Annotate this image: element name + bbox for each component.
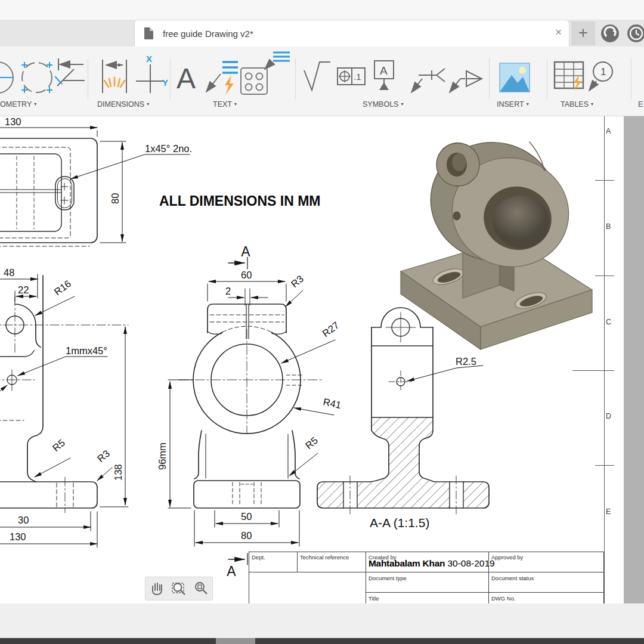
toolbar-icons: X Y A .1 <box>0 47 644 116</box>
ribbon-toolbar: X Y A .1 <box>0 47 644 116</box>
zone-tick <box>572 370 614 371</box>
dim-text: R5 <box>50 437 67 453</box>
view-section: R2.5 A-A (1:1.5) <box>317 308 489 530</box>
zone-label: E <box>606 507 618 518</box>
ordinate-dimension-icon[interactable]: X Y <box>136 54 168 93</box>
dim-text: 50 <box>241 511 252 522</box>
dim-text: 130 <box>5 116 21 127</box>
title-label: Title <box>369 595 379 602</box>
chevron-down-icon: ▾ <box>34 101 36 107</box>
zone-label: A <box>606 127 618 138</box>
tab-title: free guide Drawing v2* <box>163 29 253 39</box>
dim-text: 22 <box>18 284 29 295</box>
drawing-note: ALL DIMENSIONS IN MM <box>159 193 320 209</box>
balloon-icon[interactable]: 1 <box>589 62 612 91</box>
menu-text[interactable]: TEXT▾ <box>213 100 237 109</box>
doc-status-label: Document status <box>491 575 534 581</box>
circle-pattern-icon[interactable] <box>21 62 52 93</box>
view-front: A 60 2 R3 R27 <box>157 244 342 579</box>
chevron-down-icon: ▾ <box>591 101 593 107</box>
datum-icon[interactable]: A <box>374 61 394 90</box>
zoom-window-icon[interactable] <box>171 581 187 596</box>
chevron-down-icon: ▾ <box>234 101 237 107</box>
dim-text: 96mm <box>157 442 168 470</box>
section-title: A-A (1:1.5) <box>370 516 429 530</box>
tab-close-icon[interactable]: × <box>555 26 562 39</box>
drawing-sheet: 130 80 1x45° 2no. 1mmx45° <box>0 116 644 603</box>
canvas-outside-area <box>624 116 644 603</box>
document-icon <box>144 27 154 40</box>
toolbar-separator <box>547 58 547 99</box>
pan-icon[interactable] <box>149 581 165 596</box>
dim-text: 30 <box>18 515 29 525</box>
menu-symbols[interactable]: SYMBOLS▾ <box>363 100 403 109</box>
new-tab-button[interactable]: + <box>571 21 595 45</box>
table-text-icon[interactable] <box>241 52 290 94</box>
surface-texture-icon[interactable] <box>304 62 330 90</box>
created-by-value: Mahtabalam Khan 30-08-2019 <box>369 558 495 569</box>
dim-text: 80 <box>241 530 252 541</box>
3d-model <box>401 131 592 349</box>
menu-export[interactable]: E <box>638 100 643 109</box>
dim-text: R3 <box>95 448 112 464</box>
bottom-bar-segment <box>216 638 255 644</box>
dept-label: Dept. <box>252 554 265 561</box>
leader-text: 1x45° 2no. <box>145 143 192 154</box>
table-icon[interactable] <box>555 62 583 91</box>
zone-label: D <box>606 412 618 423</box>
insert-image-icon[interactable] <box>500 63 530 92</box>
dim-text: R41 <box>322 396 342 410</box>
welding-symbol-icon[interactable] <box>411 69 445 92</box>
menu-dimensions[interactable]: DIMENSIONS▾ <box>97 100 149 109</box>
window-top-strip <box>0 0 644 20</box>
dim-text: R3 <box>289 273 305 289</box>
tech-ref-label: Technical reference <box>300 554 349 561</box>
doc-type-label: Document type <box>369 575 407 581</box>
title-block: Dept. Technical reference Created by App… <box>249 552 604 603</box>
status-area <box>0 603 644 638</box>
job-status-icon[interactable] <box>600 23 620 44</box>
zone-label: C <box>606 318 618 329</box>
svg-text:A: A <box>177 63 196 94</box>
drawing-canvas[interactable]: 130 80 1x45° 2no. 1mmx45° <box>0 116 644 603</box>
sheet-border <box>604 116 605 603</box>
dim-text: 2 <box>225 286 231 296</box>
leader-text: 1mmx45° <box>66 345 107 356</box>
dwg-no-label: DWG No. <box>491 595 516 602</box>
section-marker: A <box>227 564 236 579</box>
zoom-icon[interactable] <box>193 581 209 596</box>
svg-text:1: 1 <box>600 66 606 78</box>
dim-text: R2.5 <box>456 356 476 367</box>
document-tab[interactable]: free guide Drawing v2* × <box>134 20 569 47</box>
edge-extension-icon[interactable] <box>55 58 85 86</box>
view-top: 130 80 1x45° 2no. <box>0 116 192 246</box>
center-mark-icon[interactable] <box>0 61 13 94</box>
leader-text-icon[interactable] <box>206 62 238 95</box>
toolbar-separator <box>88 58 88 99</box>
zone-label: B <box>606 222 618 233</box>
dim-text: 80 <box>110 193 120 204</box>
dim-text: R27 <box>320 320 341 339</box>
toolbar-separator <box>631 58 631 99</box>
view-side: 1mmx45° 48 22 R16 138 R5 R3 30 <box>0 267 128 547</box>
dim-text: 60 <box>241 270 252 280</box>
history-clock-icon[interactable] <box>626 23 644 44</box>
dim-text: R16 <box>52 278 73 297</box>
menu-tables[interactable]: TABLES▾ <box>561 100 593 109</box>
zone-tick <box>595 180 614 181</box>
text-icon[interactable]: A <box>177 63 196 94</box>
toolbar-separator <box>170 58 171 99</box>
svg-text:A: A <box>380 64 388 77</box>
toolbar-separator <box>489 58 490 99</box>
dim-text: 138 <box>113 464 123 481</box>
zone-tick <box>595 465 614 466</box>
bottom-bar <box>0 638 644 644</box>
svg-text:X: X <box>146 54 152 64</box>
chevron-down-icon: ▾ <box>147 101 149 107</box>
toolbar-separator <box>295 58 296 99</box>
taper-symbol-icon[interactable] <box>450 71 482 92</box>
menu-geometry[interactable]: OMETRY▾ <box>0 100 36 109</box>
menu-insert[interactable]: INSERT▾ <box>497 100 529 109</box>
linear-dimension-icon[interactable] <box>103 60 126 93</box>
feature-control-frame-icon[interactable]: .1 <box>338 68 365 85</box>
